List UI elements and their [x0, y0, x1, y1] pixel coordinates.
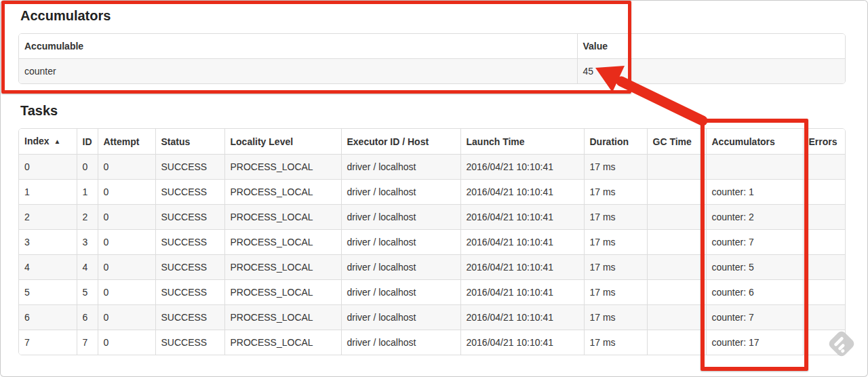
table-cell-accumulators	[706, 155, 803, 180]
table-cell-duration: 17 ms	[584, 280, 647, 305]
column-header-accumulable[interactable]: Accumulable	[19, 34, 577, 59]
table-cell-status: SUCCESS	[155, 155, 224, 180]
table-cell-id: 4	[77, 255, 98, 280]
table-cell-id: 6	[77, 305, 98, 330]
tasks-section-title: Tasks	[20, 103, 846, 119]
table-cell-errors	[803, 155, 845, 180]
table-header-row: AccumulableValue	[19, 34, 846, 59]
table-cell-executor-id-host: driver / localhost	[341, 230, 460, 255]
table-cell-launch-time: 2016/04/21 10:10:41	[460, 230, 584, 255]
column-header-index[interactable]: Index▲	[19, 129, 77, 155]
column-header-accumulators[interactable]: Accumulators	[706, 129, 803, 155]
table-cell-gc-time	[647, 230, 706, 255]
table-cell-attempt: 0	[98, 255, 155, 280]
table-cell-gc-time	[647, 280, 706, 305]
table-row: 770SUCCESSPROCESS_LOCALdriver / localhos…	[19, 330, 845, 355]
table-cell-errors	[803, 305, 845, 330]
table-cell-locality-level: PROCESS_LOCAL	[224, 305, 341, 330]
table-cell-duration: 17 ms	[584, 180, 647, 205]
table-cell-executor-id-host: driver / localhost	[341, 205, 460, 230]
column-header-value[interactable]: Value	[577, 34, 846, 59]
table-cell-index: 6	[19, 305, 77, 330]
sort-ascending-icon: ▲	[54, 138, 61, 145]
table-cell-locality-level: PROCESS_LOCAL	[224, 205, 341, 230]
table-cell-status: SUCCESS	[155, 330, 224, 355]
table-cell-executor-id-host: driver / localhost	[341, 155, 460, 180]
accumulators-section-title: Accumulators	[20, 8, 846, 24]
column-header-status[interactable]: Status	[155, 129, 224, 155]
table-row: 440SUCCESSPROCESS_LOCALdriver / localhos…	[19, 255, 845, 280]
table-cell-executor-id-host: driver / localhost	[341, 180, 460, 205]
table-row: 000SUCCESSPROCESS_LOCALdriver / localhos…	[19, 155, 845, 180]
table-cell-accumulators: counter: 2	[706, 205, 803, 230]
table-cell-launch-time: 2016/04/21 10:10:41	[460, 330, 584, 355]
column-header-id[interactable]: ID	[77, 129, 98, 155]
table-cell-locality-level: PROCESS_LOCAL	[224, 230, 341, 255]
table-cell-accumulators: counter: 7	[706, 305, 803, 330]
table-cell-status: SUCCESS	[155, 230, 224, 255]
table-cell-gc-time	[647, 180, 706, 205]
table-cell-locality-level: PROCESS_LOCAL	[224, 155, 341, 180]
table-cell-errors	[803, 230, 845, 255]
table-cell-duration: 17 ms	[584, 305, 647, 330]
accumulators-section: Accumulators AccumulableValue counter45	[18, 8, 846, 84]
table-cell-duration: 17 ms	[584, 230, 647, 255]
page-content: Accumulators AccumulableValue counter45 …	[0, 0, 868, 355]
table-cell-index: 7	[19, 330, 77, 355]
table-cell-duration: 17 ms	[584, 255, 647, 280]
table-row: 550SUCCESSPROCESS_LOCALdriver / localhos…	[19, 280, 845, 305]
table-cell-status: SUCCESS	[155, 205, 224, 230]
column-header-gc-time[interactable]: GC Time	[647, 129, 706, 155]
table-cell-gc-time	[647, 155, 706, 180]
table-row: 220SUCCESSPROCESS_LOCALdriver / localhos…	[19, 205, 845, 230]
accumulators-table-wrap: AccumulableValue counter45	[18, 33, 846, 84]
table-cell-attempt: 0	[98, 330, 155, 355]
spark-ui-page: Accumulators AccumulableValue counter45 …	[0, 0, 868, 377]
table-cell-accumulators: counter: 5	[706, 255, 803, 280]
table-header-row: Index▲IDAttemptStatusLocality LevelExecu…	[19, 129, 845, 155]
column-header-locality-level[interactable]: Locality Level	[224, 129, 341, 155]
column-header-attempt[interactable]: Attempt	[98, 129, 155, 155]
table-row: counter45	[19, 59, 846, 84]
table-cell-locality-level: PROCESS_LOCAL	[224, 330, 341, 355]
table-cell-value: 45	[577, 59, 846, 84]
table-cell-id: 2	[77, 205, 98, 230]
table-cell-id: 7	[77, 330, 98, 355]
table-cell-status: SUCCESS	[155, 280, 224, 305]
table-cell-locality-level: PROCESS_LOCAL	[224, 180, 341, 205]
column-header-duration[interactable]: Duration	[584, 129, 647, 155]
table-row: 660SUCCESSPROCESS_LOCALdriver / localhos…	[19, 305, 845, 330]
table-cell-index: 3	[19, 230, 77, 255]
table-cell-errors	[803, 180, 845, 205]
table-cell-gc-time	[647, 330, 706, 355]
tasks-section: Tasks Index▲IDAttemptStatusLocality Leve…	[18, 103, 846, 355]
table-cell-gc-time	[647, 205, 706, 230]
table-cell-status: SUCCESS	[155, 255, 224, 280]
table-cell-launch-time: 2016/04/21 10:10:41	[460, 180, 584, 205]
column-header-launch-time[interactable]: Launch Time	[460, 129, 584, 155]
table-cell-id: 1	[77, 180, 98, 205]
table-cell-accumulators: counter: 17	[706, 330, 803, 355]
table-cell-duration: 17 ms	[584, 330, 647, 355]
table-cell-accumulable: counter	[19, 59, 577, 84]
table-cell-attempt: 0	[98, 280, 155, 305]
table-cell-accumulators: counter: 6	[706, 280, 803, 305]
table-cell-gc-time	[647, 305, 706, 330]
table-cell-accumulators: counter: 1	[706, 180, 803, 205]
tasks-table-wrap: Index▲IDAttemptStatusLocality LevelExecu…	[18, 128, 846, 355]
table-cell-gc-time	[647, 255, 706, 280]
table-cell-executor-id-host: driver / localhost	[341, 255, 460, 280]
table-cell-errors	[803, 255, 845, 280]
table-cell-executor-id-host: driver / localhost	[341, 330, 460, 355]
column-header-errors[interactable]: Errors	[803, 129, 845, 155]
tasks-table: Index▲IDAttemptStatusLocality LevelExecu…	[19, 129, 845, 355]
table-cell-attempt: 0	[98, 205, 155, 230]
table-cell-locality-level: PROCESS_LOCAL	[224, 255, 341, 280]
table-cell-launch-time: 2016/04/21 10:10:41	[460, 255, 584, 280]
table-row: 330SUCCESSPROCESS_LOCALdriver / localhos…	[19, 230, 845, 255]
table-cell-errors	[803, 205, 845, 230]
table-cell-locality-level: PROCESS_LOCAL	[224, 280, 341, 305]
table-cell-status: SUCCESS	[155, 180, 224, 205]
column-header-executor-id-host[interactable]: Executor ID / Host	[341, 129, 460, 155]
accumulators-table: AccumulableValue counter45	[19, 34, 846, 83]
